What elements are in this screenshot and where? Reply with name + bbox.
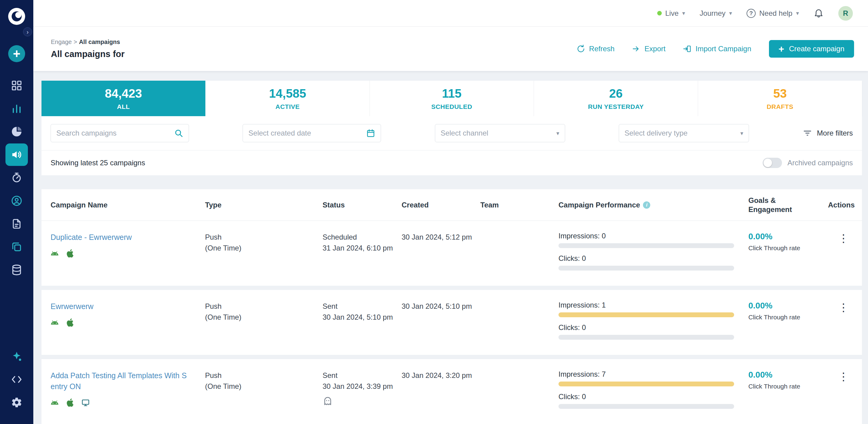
created-date-input[interactable] — [248, 129, 363, 137]
calendar-icon[interactable] — [366, 129, 375, 138]
notifications-button[interactable] — [813, 7, 824, 19]
quick-create-button[interactable]: + — [8, 45, 25, 62]
sidebar-item-analytics[interactable] — [5, 97, 28, 120]
created-cell: 30 Jan 2024, 5:10 pm — [402, 301, 480, 312]
impressions-bar — [558, 312, 734, 317]
apple-icon — [66, 398, 74, 408]
more-filters-button[interactable]: More filters — [803, 128, 853, 138]
sidebar-item-settings[interactable] — [5, 391, 28, 414]
impressions-label: Impressions: 7 — [558, 370, 748, 378]
sidebar-expand-button[interactable]: › — [23, 27, 32, 36]
ghost-preview-icon — [322, 396, 394, 409]
sidebar-item-data[interactable] — [5, 259, 28, 281]
column-goals-engagement[interactable]: Goals & Engagement — [748, 196, 828, 214]
import-label: Import Campaign — [695, 45, 751, 53]
performance-cell: Impressions: 0 Clicks: 0 — [558, 232, 748, 277]
import-campaign-button[interactable]: Import Campaign — [683, 45, 751, 53]
apple-icon — [66, 249, 74, 259]
content-area: 84,423 ALL 14,585 ACTIVE 115 SCHEDULED 2… — [33, 71, 868, 424]
campaign-name-link[interactable]: Duplicate - Ewrwerwerw — [51, 232, 132, 243]
sidebar-item-templates[interactable] — [5, 236, 28, 258]
row-actions-button[interactable]: ⋮ — [835, 370, 852, 384]
tab-active[interactable]: 14,585 ACTIVE — [206, 81, 370, 116]
channel-select[interactable]: Select channel ▾ — [435, 124, 565, 142]
avatar-initial: R — [843, 9, 848, 18]
sidebar-item-integrations[interactable] — [5, 345, 28, 368]
tab-active-label: ACTIVE — [275, 103, 300, 110]
create-campaign-button[interactable]: + Create campaign — [769, 40, 854, 58]
type-cell: Push (One Time) — [205, 301, 322, 323]
delivery-type-select[interactable]: Select delivery type ▾ — [619, 124, 749, 142]
refresh-button[interactable]: Refresh — [577, 45, 615, 53]
goal-label: Click Through rate — [748, 314, 828, 321]
chevron-right-icon: › — [27, 29, 29, 35]
page-header: Engage>All campaigns All campaigns for R… — [33, 27, 868, 71]
sidebar-item-account[interactable] — [5, 190, 28, 212]
app-logo[interactable] — [8, 8, 25, 25]
clicks-bar — [558, 335, 734, 340]
column-campaign-name[interactable]: Campaign Name — [51, 200, 205, 209]
performance-cell: Impressions: 1 Clicks: 0 — [558, 301, 748, 346]
tab-run-yesterday[interactable]: 26 RUN YESTERDAY — [534, 81, 698, 116]
goals-cell: 0.00% Click Through rate — [748, 301, 828, 321]
column-created[interactable]: Created — [402, 200, 480, 209]
help-question-icon: ? — [747, 9, 756, 18]
type-cell: Push (One Time) — [205, 232, 322, 254]
live-menu[interactable]: Live ▾ — [657, 9, 685, 18]
sparkle-icon — [11, 350, 23, 362]
journey-menu[interactable]: Journey ▾ — [700, 9, 732, 18]
breadcrumb: Engage>All campaigns — [51, 38, 124, 46]
breadcrumb-section[interactable]: Engage — [51, 38, 72, 45]
list-meta-row: Showing latest 25 campaigns Archived cam… — [41, 150, 862, 175]
sidebar-item-developer[interactable] — [5, 368, 28, 391]
type-cell: Push (One Time) — [205, 370, 322, 392]
info-icon[interactable]: i — [643, 201, 650, 209]
tab-drafts[interactable]: 53 DRAFTS — [698, 81, 862, 116]
delivery-type-placeholder: Select delivery type — [624, 129, 687, 137]
created-cell: 30 Jan 2024, 3:20 pm — [402, 370, 480, 381]
impressions-label: Impressions: 0 — [558, 232, 748, 240]
tab-all[interactable]: 84,423 ALL — [41, 81, 206, 116]
need-help-menu[interactable]: ? Need help ▾ — [747, 9, 799, 18]
actions-cell: ⋮ — [828, 301, 862, 314]
column-team[interactable]: Team — [480, 200, 558, 209]
campaign-name-link[interactable]: Adda Patch Testing All Templates With S … — [51, 370, 193, 392]
clicks-bar — [558, 266, 734, 271]
sidebar-item-documents[interactable] — [5, 213, 28, 235]
table-header: Campaign Name Type Status Created Team C… — [41, 189, 862, 221]
row-actions-button[interactable]: ⋮ — [835, 301, 852, 314]
copy-pages-icon — [11, 241, 23, 253]
database-icon — [11, 264, 23, 276]
archived-campaigns-toggle[interactable] — [763, 158, 782, 168]
column-campaign-performance[interactable]: Campaign Performance i — [558, 200, 748, 209]
search-icon[interactable] — [174, 129, 183, 138]
export-label: Export — [645, 45, 665, 53]
sidebar-item-segments[interactable] — [5, 120, 28, 143]
sidebar-item-campaigns[interactable] — [5, 143, 28, 166]
clicks-label: Clicks: 0 — [558, 254, 748, 263]
journey-label: Journey — [700, 9, 725, 18]
column-status[interactable]: Status — [322, 200, 402, 209]
impressions-bar — [558, 243, 734, 248]
campaign-name-link[interactable]: Ewrwerwerw — [51, 301, 94, 312]
column-type[interactable]: Type — [205, 200, 322, 209]
channel-select-placeholder: Select channel — [441, 129, 488, 137]
column-actions: Actions — [828, 200, 862, 209]
plus-icon: + — [13, 47, 21, 60]
impressions-label: Impressions: 1 — [558, 301, 748, 309]
main-area: Live ▾ Journey ▾ ? Need help ▾ R — [33, 0, 868, 424]
search-box — [51, 124, 189, 142]
export-button[interactable]: Export — [632, 45, 665, 53]
stats-tabs: 84,423 ALL 14,585 ACTIVE 115 SCHEDULED 2… — [41, 81, 862, 116]
archived-campaigns-label: Archived campaigns — [787, 159, 853, 167]
sidebar-item-dashboard[interactable] — [5, 74, 28, 97]
toggle-knob — [764, 159, 772, 167]
search-input[interactable] — [56, 129, 170, 137]
user-avatar[interactable]: R — [838, 6, 853, 21]
row-actions-button[interactable]: ⋮ — [835, 232, 852, 245]
sidebar-item-recent[interactable] — [5, 167, 28, 189]
platform-icons — [51, 398, 205, 408]
android-icon — [51, 249, 59, 259]
table-row: Adda Patch Testing All Templates With S … — [41, 359, 862, 424]
tab-scheduled[interactable]: 115 SCHEDULED — [370, 81, 534, 116]
